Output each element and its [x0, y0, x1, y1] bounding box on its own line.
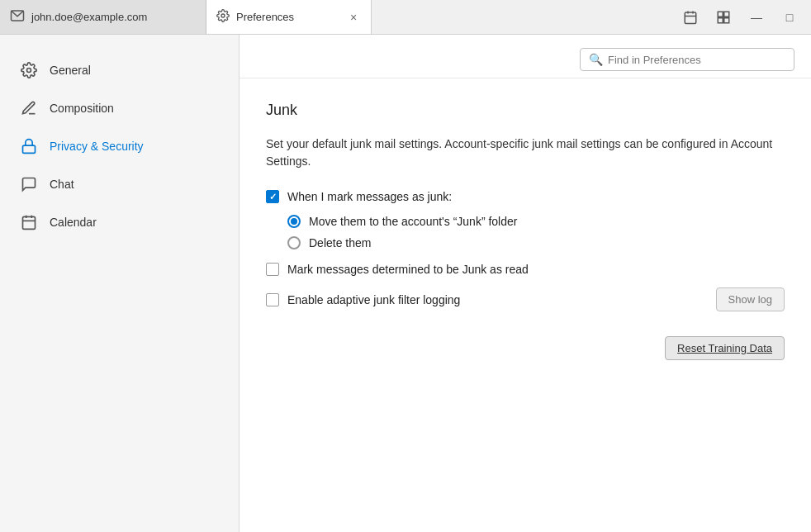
svg-rect-11	[23, 145, 36, 153]
move-to-junk-row[interactable]: Move them to the account's “Junk” folder	[287, 215, 785, 228]
sidebar-item-privacy-security-label: Privacy & Security	[50, 140, 144, 153]
svg-rect-6	[718, 12, 723, 17]
main-layout: General Composition Privacy & Security	[0, 35, 811, 532]
calendar-icon	[20, 213, 38, 231]
sidebar-item-composition[interactable]: Composition	[0, 89, 239, 127]
title-bar: john.doe@example.com Preferences ×	[0, 0, 811, 35]
move-to-junk-label: Move them to the account's “Junk” folder	[309, 215, 517, 228]
svg-rect-8	[718, 17, 723, 22]
when-mark-junk-row[interactable]: When I mark messages as junk:	[266, 190, 785, 203]
adaptive-logging-row[interactable]: Enable adaptive junk filter logging	[266, 293, 460, 306]
sidebar-item-privacy-security[interactable]: Privacy & Security	[0, 127, 239, 165]
privacy-icon	[20, 137, 38, 155]
svg-point-1	[221, 14, 225, 17]
adaptive-logging-checkbox[interactable]	[266, 293, 279, 306]
mark-as-read-checkbox[interactable]	[266, 263, 279, 276]
show-log-button[interactable]: Show log	[716, 287, 785, 311]
search-box[interactable]: 🔍	[580, 48, 794, 71]
sidebar-item-composition-label: Composition	[50, 102, 114, 115]
content-area: 🔍 Junk Set your default junk mail settin…	[240, 35, 811, 532]
search-input[interactable]	[608, 54, 785, 66]
composition-icon	[20, 99, 38, 117]
window-controls: — □	[676, 0, 811, 34]
svg-point-10	[27, 69, 31, 73]
move-to-junk-radio[interactable]	[287, 215, 301, 228]
sidebar-item-chat-label: Chat	[50, 178, 74, 191]
layout-icon-btn[interactable]	[709, 4, 738, 31]
email-tab[interactable]: john.doe@example.com	[0, 0, 206, 34]
search-area: 🔍	[240, 35, 811, 78]
sidebar-item-calendar[interactable]: Calendar	[0, 203, 239, 241]
chat-icon	[20, 175, 38, 193]
junk-action-radio-group: Move them to the account's “Junk” folder…	[287, 215, 785, 249]
adaptive-logging-label: Enable adaptive junk filter logging	[287, 293, 460, 306]
reset-training-data-button[interactable]: Reset Training Data	[665, 336, 785, 360]
svg-rect-7	[724, 12, 729, 17]
preferences-content: Junk Set your default junk mail settings…	[240, 78, 811, 380]
email-tab-label: john.doe@example.com	[31, 11, 147, 23]
delete-junk-label: Delete them	[309, 236, 371, 249]
when-mark-junk-label: When I mark messages as junk:	[287, 190, 452, 203]
delete-junk-radio[interactable]	[287, 236, 301, 249]
maximize-button[interactable]: □	[775, 4, 804, 31]
prefs-tab[interactable]: Preferences ×	[206, 0, 372, 34]
delete-junk-row[interactable]: Delete them	[287, 236, 785, 249]
calendar-icon-btn[interactable]	[676, 4, 705, 31]
when-mark-junk-checkbox[interactable]	[266, 190, 279, 203]
svg-rect-2	[685, 12, 696, 24]
general-icon	[20, 61, 38, 79]
sidebar-item-calendar-label: Calendar	[50, 216, 97, 229]
bottom-actions: Reset Training Data	[266, 328, 785, 360]
gear-icon	[216, 9, 230, 25]
minimize-button[interactable]: —	[742, 4, 771, 31]
section-description: Set your default junk mail settings. Acc…	[266, 135, 785, 170]
email-icon	[10, 8, 25, 26]
section-title: Junk	[266, 102, 785, 119]
sidebar: General Composition Privacy & Security	[0, 35, 240, 532]
sidebar-item-general[interactable]: General	[0, 51, 239, 89]
svg-rect-9	[724, 17, 729, 22]
svg-rect-12	[23, 216, 36, 229]
sidebar-item-chat[interactable]: Chat	[0, 165, 239, 203]
prefs-tab-label: Preferences	[236, 11, 294, 23]
mark-as-read-row[interactable]: Mark messages determined to be Junk as r…	[266, 263, 785, 276]
sidebar-item-general-label: General	[50, 64, 91, 77]
prefs-tab-close[interactable]: ×	[346, 10, 361, 25]
mark-as-read-label: Mark messages determined to be Junk as r…	[287, 263, 529, 276]
search-icon: 🔍	[589, 53, 603, 66]
